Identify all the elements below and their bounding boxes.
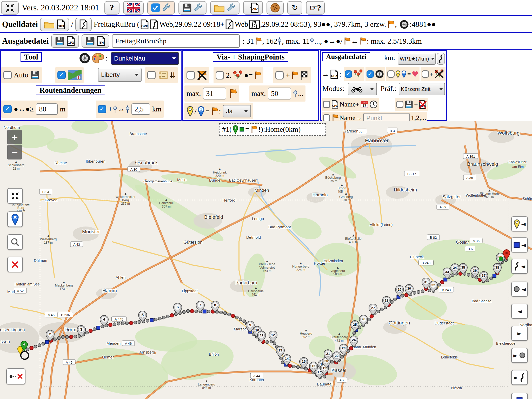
tool-panel-title: Tool [21, 52, 42, 62]
city-label: Georgsmarienhütte [143, 179, 172, 183]
next-button[interactable]: ► [511, 326, 528, 341]
second-pass-checkbox[interactable] [216, 71, 224, 79]
motorcycle-icon [351, 86, 363, 92]
svg-text:392 m: 392 m [302, 335, 310, 339]
window-resize-button[interactable] [1, 1, 19, 15]
svg-text:▲: ▲ [15, 160, 17, 163]
min-distance-input[interactable] [36, 103, 58, 115]
road-badge: B 3 [387, 128, 397, 133]
prev-trackpoint-button[interactable]: ◄ [511, 282, 528, 297]
praef-select[interactable]: Kürzere Zeit [399, 83, 445, 95]
marker-delete-button[interactable] [7, 211, 23, 227]
prev-curve-button[interactable]: ◄ [511, 259, 528, 274]
pin-icon [293, 89, 297, 98]
svg-text:15: 15 [302, 360, 305, 363]
prev-shapingpoint-button[interactable]: ◄ [511, 237, 528, 252]
svg-text:464 m: 464 m [263, 269, 271, 273]
city-label: Minden [255, 188, 269, 193]
prev-button[interactable]: ◄ [511, 304, 528, 319]
no-flags-checkbox[interactable] [187, 71, 195, 79]
language-button[interactable] [123, 1, 144, 15]
options-load-button[interactable] [210, 1, 240, 15]
start-point-label: #1(=!):Home(0km) [219, 123, 326, 136]
extra-points-checkbox[interactable] [422, 70, 429, 78]
points-delete-button[interactable] [6, 368, 25, 384]
svg-text:▲: ▲ [341, 183, 343, 186]
gpx-doc-icon: GPX [330, 69, 338, 79]
city-label: Göttingen [389, 320, 410, 325]
prev-favorite-button[interactable]: ◄ [511, 216, 528, 231]
curve-icon [438, 54, 444, 63]
modus-select[interactable] [348, 83, 377, 95]
hint-button[interactable]: ☞? [306, 1, 325, 15]
max-shapingpoints-input[interactable] [268, 88, 291, 99]
save-gpx-button[interactable]: GPX [51, 34, 79, 48]
export-track-checkbox[interactable] [367, 70, 374, 78]
map-style-checkbox[interactable] [57, 71, 66, 79]
road-badge: A 391 [463, 154, 478, 159]
cookies-button[interactable] [267, 1, 284, 15]
city-label: Nordhorn [4, 125, 20, 130]
min-distance-checkbox[interactable] [3, 105, 12, 113]
curve-doc-icon [79, 19, 88, 30]
svg-text:29: 29 [398, 288, 401, 291]
next-curve-button[interactable]: ► [511, 370, 528, 385]
save-itn-button[interactable]: ITN [82, 34, 109, 48]
km-mode-select[interactable]: WP1★(7km) [398, 53, 436, 65]
help-button[interactable]: ? [104, 1, 119, 15]
city-label: Braunschweig [467, 161, 498, 167]
road-badge: B 54 [39, 189, 52, 194]
options-apply-button[interactable] [147, 1, 175, 15]
log-checkbox[interactable] [147, 71, 156, 79]
svg-text:92 m: 92 m [13, 167, 20, 170]
green-pin-icon [232, 125, 238, 134]
reload-button[interactable]: ↻ [287, 1, 302, 15]
fullscreen-toggle-button[interactable] [7, 188, 23, 204]
next-trackpoint-button[interactable]: ► [511, 348, 528, 363]
flag-icon [359, 37, 366, 45]
max-viapoints-input[interactable] [203, 88, 226, 99]
svg-text:320 m: 320 m [215, 174, 224, 178]
options-save-button[interactable] [178, 1, 207, 15]
dot-x-icon [9, 373, 23, 380]
svg-text:8: 8 [214, 303, 216, 307]
open-curve-button[interactable] [75, 18, 92, 31]
svg-text:GPX: GPX [331, 74, 337, 77]
svg-text:Berg: Berg [17, 206, 24, 210]
zoom-in-button[interactable]: + [7, 130, 22, 144]
flag-icon [254, 37, 262, 45]
open-gpx-button[interactable]: GPX [40, 18, 69, 31]
name-time-checkbox[interactable] [323, 101, 330, 108]
wheel-icon [79, 52, 91, 64]
output-filename-input[interactable] [112, 34, 240, 48]
route-map[interactable]: A 391B 217A 36B 3A 2B 54A 39A 43B 82A 36… [0, 121, 532, 399]
svg-text:ZIP: ZIP [252, 7, 258, 11]
version-label: Vers. 20.03.2022 18:01 [22, 3, 99, 12]
svg-text:17: 17 [362, 104, 366, 108]
assign-flag-select[interactable]: Ja [223, 105, 251, 117]
route-color-select[interactable]: Dunkelblau [111, 52, 179, 65]
zoom-out-button[interactable]: − [7, 145, 22, 159]
favorite-checkbox[interactable] [387, 70, 395, 78]
svg-text:A 46: A 46 [66, 361, 72, 364]
shapingpoint-button[interactable] [511, 393, 528, 399]
export-shapingpoints-checkbox[interactable] [345, 70, 352, 78]
curve-export-button[interactable] [437, 53, 445, 65]
svg-text:A 39: A 39 [440, 205, 446, 209]
zip-download-button[interactable]: ZIP [243, 1, 263, 15]
flag-icon [343, 37, 350, 45]
svg-text:7: 7 [199, 303, 201, 307]
gap-distance-checkbox[interactable] [98, 105, 106, 113]
svg-text:▲: ▲ [266, 260, 268, 262]
auto-save-gpx-checkbox[interactable] [396, 101, 403, 108]
map-style-select[interactable]: Liberty [98, 68, 142, 82]
city-label: Wolfsburg [497, 130, 520, 136]
search-button[interactable] [7, 234, 23, 250]
final-flag-checkbox[interactable] [275, 71, 284, 79]
route-delete-button[interactable]: × [7, 257, 23, 272]
auto-save-checkbox[interactable] [3, 71, 12, 79]
gap-distance-input[interactable] [131, 103, 150, 115]
svg-text:323 m: 323 m [485, 195, 494, 199]
svg-text:12: 12 [271, 333, 275, 337]
flag-name-checkbox[interactable] [323, 114, 330, 122]
